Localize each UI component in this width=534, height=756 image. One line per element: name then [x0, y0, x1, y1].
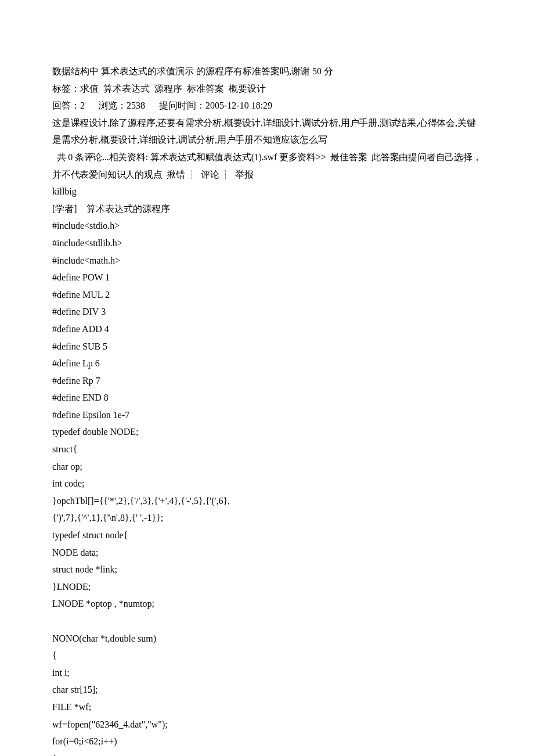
code-line: FILE *wf; [52, 699, 482, 716]
question-body: 这是课程设计,除了源程序,还要有需求分析,概要设计,详细设计,调试分析,用户手册… [52, 114, 482, 149]
document-page: 数据结构中 算术表达式的求值演示 的源程序有标准答案吗,谢谢 50 分 标签：求… [0, 0, 534, 756]
code-line: struct{ [52, 441, 482, 458]
code-line: int code; [52, 475, 482, 492]
code-line: char str[15]; [52, 681, 482, 699]
code-line: }LNODE; [52, 578, 482, 596]
code-line: #define DIV 3 [52, 303, 482, 321]
code-line: int i; [52, 664, 482, 682]
code-line: { [52, 750, 482, 756]
code-line: struct node *link; [52, 561, 482, 578]
code-line: #define MUL 2 [52, 286, 482, 304]
code-line: #define Lp 6 [52, 355, 482, 372]
code-line: #define END 8 [52, 389, 482, 406]
code-line: #define ADD 4 [52, 321, 482, 338]
code-line: { [52, 647, 482, 664]
code-line: LNODE *optop , *numtop; [52, 595, 482, 613]
code-line: #include<stdio.h> [52, 217, 482, 235]
code-line: #define POW 1 [52, 269, 482, 286]
role-title: [学者] 算术表达式的源程序 [52, 200, 482, 218]
code-line: NODE data; [52, 544, 482, 561]
answer-meta: 共 0 条评论...相关资料: 算术表达式和赋值表达式(1).swf 更多资料>… [52, 149, 482, 183]
code-line: typedef struct node{ [52, 527, 482, 544]
code-line: {')',7},{'^',1},{'\n',8},{' ',-1}}; [52, 509, 482, 527]
code-line: typedef double NODE; [52, 423, 482, 441]
meta-line: 回答：2 浏览：2538 提问时间：2005-12-10 18:29 [52, 97, 482, 114]
code-line: for(i=0;i<62;i++) [52, 733, 482, 750]
code-line: #include<stdlib.h> [52, 235, 482, 252]
code-line: #define Rp 7 [52, 372, 482, 390]
question-title: 数据结构中 算术表达式的求值演示 的源程序有标准答案吗,谢谢 50 分 [52, 63, 482, 80]
code-line: #include<math.h> [52, 252, 482, 269]
blank-line [52, 613, 482, 630]
username: killbig [52, 183, 482, 200]
code-line: }opchTbl[]={{'*',2},{'/',3},{'+',4},{'-'… [52, 492, 482, 510]
code-line: char op; [52, 458, 482, 476]
code-line: #define Epsilon 1e-7 [52, 406, 482, 424]
code-line: #define SUB 5 [52, 338, 482, 355]
code-line: wf=fopen("62346_4.dat","w"); [52, 716, 482, 733]
code-line: NONO(char *t,double sum) [52, 630, 482, 647]
tags-line: 标签：求值 算术表达式 源程序 标准答案 概要设计 [52, 80, 482, 98]
